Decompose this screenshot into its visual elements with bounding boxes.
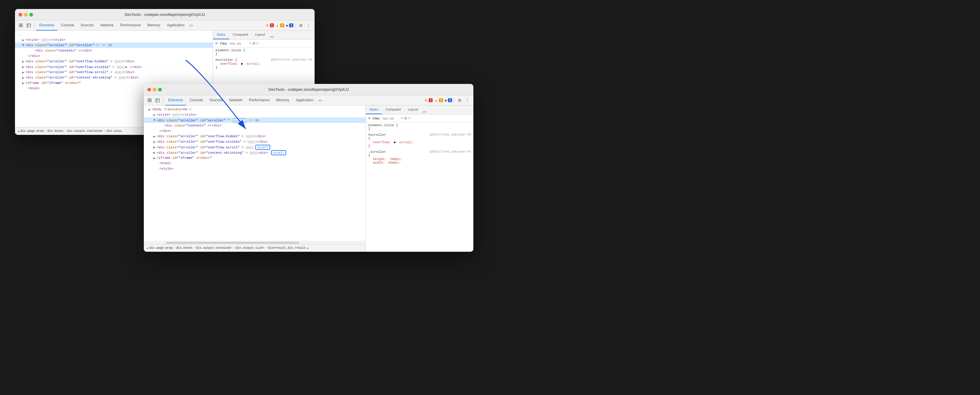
tab-network-2[interactable]: Network	[226, 95, 245, 105]
more-icon-2[interactable]: ⋮	[464, 97, 471, 104]
tree-row-body-2[interactable]: ▶ <body translate=no >	[144, 107, 366, 112]
styles-content-2: element.style { } #scroller gOVpXJJ?ano……	[366, 122, 473, 252]
tree-row-content-shrinking-2[interactable]: ▶ <div class="scroller" id="content-shri…	[144, 150, 366, 155]
tree-row-scroller-2[interactable]: ▼ <div class="scroller" id="scroller" " …	[144, 118, 366, 123]
svg-rect-0	[19, 24, 21, 25]
tab-console-2[interactable]: Console	[187, 95, 206, 105]
tab-memory-1[interactable]: Memory	[145, 21, 163, 30]
tree-row-scroller-selected[interactable]: ▼ <div class="scroller" id="scroller" > …	[15, 43, 213, 48]
close-button-2[interactable]	[147, 88, 151, 91]
copy-style-icon-1[interactable]: ⊟	[253, 41, 255, 45]
tab-elements-2[interactable]: Elements	[165, 95, 186, 105]
tab-memory-2[interactable]: Memory	[273, 95, 292, 105]
breadcrumb-nav-left-2[interactable]: ◀	[146, 246, 148, 250]
tree-row-iframe-2[interactable]: ▶ <iframe id="iframe" srcdoc="	[144, 155, 366, 161]
devtools-toolbar-1: Elements Console Sources Network Perform…	[15, 21, 315, 30]
tab-elements-1[interactable]: Elements	[36, 21, 57, 30]
breadcrumb-output[interactable]: div.outp…	[107, 129, 123, 133]
styles-overflow-2[interactable]: >>	[422, 109, 428, 114]
styles-tab-layout-1[interactable]: Layout	[252, 30, 269, 39]
breadcrumb-boxes[interactable]: div.boxes	[47, 129, 64, 133]
tab-performance-2[interactable]: Performance	[246, 95, 273, 105]
inspect-icon-2[interactable]	[154, 97, 161, 104]
force-icon-1[interactable]: □	[256, 41, 259, 45]
styles-tab-styles-1[interactable]: Styles	[213, 30, 229, 39]
tab-application-2[interactable]: Application	[293, 95, 317, 105]
width-value: 200px;	[388, 161, 400, 164]
force-icon-2[interactable]: □	[408, 116, 410, 120]
styles-tab-styles-2[interactable]: Styles	[366, 105, 382, 114]
tab-sources-1[interactable]: Sources	[78, 21, 97, 30]
scroll-badge-main[interactable]: scroll	[233, 118, 246, 122]
tree-row-overflow-hidden[interactable]: ▶ <div class="scroller" id="overflow-hid…	[15, 59, 213, 64]
separator-2	[295, 23, 296, 28]
filter-input-1[interactable]	[229, 41, 247, 45]
tab-console-1[interactable]: Console	[58, 21, 77, 30]
tab-network-1[interactable]: Network	[97, 21, 116, 30]
tree-row-ellipsis[interactable]: ...	[15, 32, 213, 37]
breadcrumb-nav-left[interactable]: ◀	[18, 129, 19, 133]
breadcrumb-nav-right-2[interactable]: ▶	[307, 246, 309, 250]
warning-badge-2: ▲ 2	[434, 98, 443, 102]
overflow-chevron-1[interactable]: >>	[188, 23, 194, 28]
scroll-badge-overflow-scroll[interactable]: scroll	[255, 145, 270, 150]
minimize-button-2[interactable]	[153, 88, 156, 91]
minimize-button-1[interactable]	[24, 13, 27, 16]
styles-overflow-1[interactable]: >>	[269, 35, 275, 39]
tree-row-contents[interactable]: ▶ <div class="contents" ></div>	[15, 48, 213, 53]
tree-row-overflow-hidden-2[interactable]: ▶ <div class="scroller" id="overflow-hid…	[144, 134, 366, 139]
breadcrumb-output-sizer[interactable]: div.output-sizer	[235, 246, 264, 250]
add-style-icon-2[interactable]: +	[401, 116, 402, 120]
styles-tab-computed-1[interactable]: Computed	[229, 30, 252, 39]
tree-row-contents-2[interactable]: <div class="contents" ></div>	[144, 123, 366, 128]
overflow-arrow[interactable]: ▶	[241, 62, 243, 65]
breadcrumb-bar-2: ◀ div.page-wrap › div.boxes › div.output…	[144, 244, 366, 252]
tree-row-overflow-visible[interactable]: ▶ <div class="scroller" id="overflow-vis…	[15, 64, 213, 70]
overflow-chevron-2[interactable]: >>	[317, 98, 323, 103]
filter-input-2[interactable]	[382, 116, 400, 120]
breadcrumb-page-wrap-2[interactable]: div.page-wrap	[149, 246, 173, 250]
cursor-icon[interactable]	[18, 22, 25, 29]
tab-application-1[interactable]: Application	[164, 21, 188, 30]
copy-style-icon-2[interactable]: ⊟	[404, 116, 407, 120]
breadcrumb-page-wrap[interactable]: div.page-wrap	[21, 129, 44, 133]
tree-row-overflow-visible-2[interactable]: ▶ <div class="scroller" id="overflow-vis…	[144, 139, 366, 145]
error-count-2: 1	[429, 98, 433, 102]
tree-row-close-2[interactable]: </div>	[144, 128, 366, 134]
tree-row-style[interactable]: ▶ <style> ··· </style>	[15, 37, 213, 43]
window-title-1: DevTools - codepen.io/sofiayem/pen/gOVpX…	[125, 12, 205, 17]
error-count-1: 1	[270, 23, 274, 27]
tree-row-content-shrinking[interactable]: ▶ <div class="scroller" id="content-shri…	[15, 75, 213, 80]
tree-row-style-2[interactable]: ▶ <style> ··· </style>	[144, 112, 366, 118]
close-button-1[interactable]	[19, 13, 22, 16]
inspect-icon[interactable]	[25, 22, 32, 29]
maximize-button-2[interactable]	[158, 88, 162, 91]
svg-rect-10	[150, 100, 151, 102]
scroll-badge-content-shrinking[interactable]: scroll	[271, 150, 286, 155]
breadcrumb-boxes-2[interactable]: div.boxes	[176, 246, 192, 250]
tree-row-html-2[interactable]: <html>	[144, 161, 366, 166]
tree-row-overflow-scroll[interactable]: ▶ <div class="scroller" id="overflow-scr…	[15, 70, 213, 75]
maximize-button-1[interactable]	[29, 13, 33, 16]
elements-hscroll[interactable]	[144, 241, 366, 244]
more-icon-1[interactable]: ⋮	[305, 22, 312, 29]
tree-row-close-div[interactable]: </div>	[15, 53, 213, 59]
scroller-source: gOVpXJJ?noc…ue&view=:50	[271, 58, 312, 62]
element-style-selector: element.style {	[215, 49, 245, 52]
styles-tab-computed-2[interactable]: Computed	[382, 105, 404, 114]
settings-icon-1[interactable]: ⚙	[297, 22, 304, 29]
overflow-arrow-2[interactable]: ▶	[394, 140, 396, 144]
breadcrumb-result[interactable]: div#result_div.result	[268, 246, 305, 250]
filter-label-1: Filter	[220, 41, 227, 45]
tab-sources-2[interactable]: Sources	[207, 95, 226, 105]
breadcrumb-output-container[interactable]: div.output-container	[67, 129, 103, 133]
settings-icon-2[interactable]: ⚙	[456, 97, 463, 104]
scroller-source-2: gOVpXJJ?ano…ue&view=:50	[430, 133, 471, 137]
styles-tab-layout-2[interactable]: Layout	[404, 105, 422, 114]
breadcrumb-output-container-2[interactable]: div.output-container	[196, 246, 232, 250]
tree-row-inner-style[interactable]: <style>	[144, 166, 366, 171]
tree-row-overflow-scroll-2[interactable]: ▶ <div class="scroller" id="overflow-scr…	[144, 145, 366, 150]
tab-performance-1[interactable]: Performance	[117, 21, 144, 30]
cursor-icon-2[interactable]	[146, 97, 153, 104]
add-style-icon-1[interactable]: +	[249, 41, 251, 45]
